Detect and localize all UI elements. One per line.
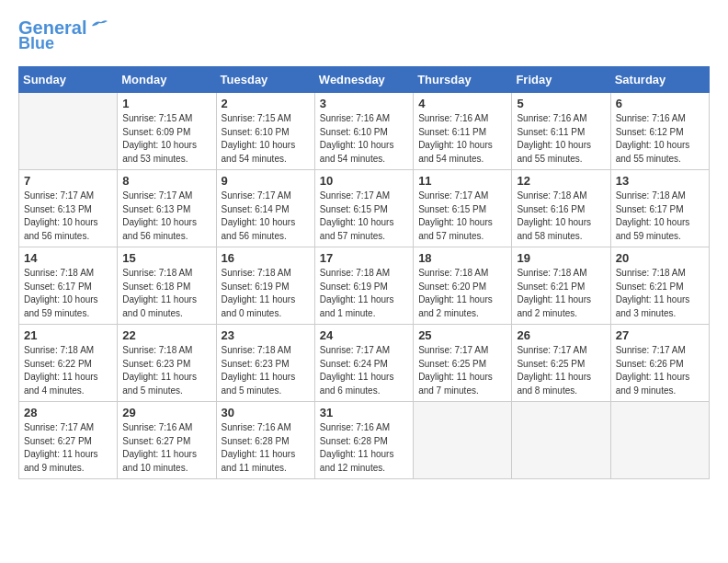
calendar-cell: 18Sunrise: 7:18 AMSunset: 6:20 PMDayligh…	[414, 247, 512, 325]
day-info: Sunrise: 7:18 AMSunset: 6:20 PMDaylight:…	[418, 267, 506, 320]
day-number: 1	[122, 97, 210, 110]
day-info: Sunrise: 7:17 AMSunset: 6:25 PMDaylight:…	[418, 344, 506, 397]
calendar-cell: 16Sunrise: 7:18 AMSunset: 6:19 PMDayligh…	[216, 247, 314, 325]
column-header-tuesday: Tuesday	[216, 67, 314, 93]
day-info: Sunrise: 7:17 AMSunset: 6:13 PMDaylight:…	[122, 190, 210, 243]
calendar-cell	[19, 93, 118, 170]
day-number: 11	[418, 174, 506, 188]
calendar-cell: 25Sunrise: 7:17 AMSunset: 6:25 PMDayligh…	[414, 325, 512, 402]
day-number: 12	[517, 174, 605, 188]
day-info: Sunrise: 7:18 AMSunset: 6:19 PMDaylight:…	[222, 267, 310, 320]
day-info: Sunrise: 7:18 AMSunset: 6:16 PMDaylight:…	[517, 190, 605, 243]
day-info: Sunrise: 7:17 AMSunset: 6:26 PMDaylight:…	[616, 344, 704, 397]
day-info: Sunrise: 7:16 AMSunset: 6:28 PMDaylight:…	[222, 421, 310, 475]
day-info: Sunrise: 7:18 AMSunset: 6:17 PMDaylight:…	[616, 190, 704, 243]
calendar-cell: 7Sunrise: 7:17 AMSunset: 6:13 PMDaylight…	[19, 170, 118, 247]
logo: General Blue	[18, 18, 108, 52]
column-header-monday: Monday	[118, 67, 216, 93]
calendar-cell: 13Sunrise: 7:18 AMSunset: 6:17 PMDayligh…	[610, 170, 709, 247]
column-header-thursday: Thursday	[414, 67, 512, 93]
day-info: Sunrise: 7:17 AMSunset: 6:15 PMDaylight:…	[320, 190, 408, 243]
day-number: 16	[222, 251, 310, 265]
day-number: 21	[24, 328, 112, 342]
calendar-cell: 12Sunrise: 7:18 AMSunset: 6:16 PMDayligh…	[512, 170, 610, 247]
calendar-cell: 30Sunrise: 7:16 AMSunset: 6:28 PMDayligh…	[216, 402, 314, 479]
calendar-cell: 14Sunrise: 7:18 AMSunset: 6:17 PMDayligh…	[19, 247, 118, 325]
day-info: Sunrise: 7:17 AMSunset: 6:25 PMDaylight:…	[517, 344, 605, 397]
day-number: 17	[320, 251, 408, 265]
day-number: 5	[517, 97, 605, 110]
day-number: 31	[320, 406, 408, 419]
calendar-cell: 1Sunrise: 7:15 AMSunset: 6:09 PMDaylight…	[118, 93, 216, 170]
day-info: Sunrise: 7:16 AMSunset: 6:10 PMDaylight:…	[320, 112, 408, 166]
day-number: 6	[616, 97, 704, 110]
day-number: 18	[418, 251, 506, 265]
day-number: 28	[24, 406, 112, 419]
calendar-cell	[512, 402, 610, 479]
calendar-cell: 15Sunrise: 7:18 AMSunset: 6:18 PMDayligh…	[118, 247, 216, 325]
calendar-cell: 3Sunrise: 7:16 AMSunset: 6:10 PMDaylight…	[314, 93, 413, 170]
day-number: 26	[517, 328, 605, 342]
calendar-cell	[414, 402, 512, 479]
calendar-cell: 6Sunrise: 7:16 AMSunset: 6:12 PMDaylight…	[610, 93, 709, 170]
day-number: 7	[24, 174, 112, 188]
day-info: Sunrise: 7:15 AMSunset: 6:10 PMDaylight:…	[222, 112, 310, 166]
page-header: General Blue	[18, 18, 710, 52]
day-info: Sunrise: 7:16 AMSunset: 6:11 PMDaylight:…	[418, 112, 506, 166]
day-info: Sunrise: 7:18 AMSunset: 6:21 PMDaylight:…	[616, 267, 704, 320]
calendar-week-4: 21Sunrise: 7:18 AMSunset: 6:22 PMDayligh…	[19, 325, 710, 402]
day-number: 3	[320, 97, 408, 110]
calendar-cell: 11Sunrise: 7:17 AMSunset: 6:15 PMDayligh…	[414, 170, 512, 247]
calendar-cell: 8Sunrise: 7:17 AMSunset: 6:13 PMDaylight…	[118, 170, 216, 247]
day-number: 22	[122, 328, 210, 342]
calendar-cell: 27Sunrise: 7:17 AMSunset: 6:26 PMDayligh…	[610, 325, 709, 402]
day-number: 15	[122, 251, 210, 265]
calendar-cell	[610, 402, 709, 479]
day-info: Sunrise: 7:18 AMSunset: 6:18 PMDaylight:…	[122, 267, 210, 320]
day-info: Sunrise: 7:17 AMSunset: 6:13 PMDaylight:…	[24, 190, 112, 243]
calendar-cell: 4Sunrise: 7:16 AMSunset: 6:11 PMDaylight…	[414, 93, 512, 170]
calendar-cell: 5Sunrise: 7:16 AMSunset: 6:11 PMDaylight…	[512, 93, 610, 170]
column-header-sunday: Sunday	[19, 67, 118, 93]
calendar-cell: 29Sunrise: 7:16 AMSunset: 6:27 PMDayligh…	[118, 402, 216, 479]
calendar-cell: 26Sunrise: 7:17 AMSunset: 6:25 PMDayligh…	[512, 325, 610, 402]
day-number: 8	[122, 174, 210, 188]
day-number: 24	[320, 328, 408, 342]
day-number: 29	[122, 406, 210, 419]
calendar-week-5: 28Sunrise: 7:17 AMSunset: 6:27 PMDayligh…	[19, 402, 710, 479]
calendar-cell: 9Sunrise: 7:17 AMSunset: 6:14 PMDaylight…	[216, 170, 314, 247]
day-number: 9	[222, 174, 310, 188]
day-info: Sunrise: 7:18 AMSunset: 6:17 PMDaylight:…	[24, 267, 112, 320]
day-info: Sunrise: 7:16 AMSunset: 6:12 PMDaylight:…	[616, 112, 704, 166]
day-number: 27	[616, 328, 704, 342]
calendar-cell: 23Sunrise: 7:18 AMSunset: 6:23 PMDayligh…	[216, 325, 314, 402]
day-info: Sunrise: 7:15 AMSunset: 6:09 PMDaylight:…	[122, 112, 210, 166]
day-info: Sunrise: 7:16 AMSunset: 6:11 PMDaylight:…	[517, 112, 605, 166]
calendar-table: SundayMondayTuesdayWednesdayThursdayFrid…	[18, 66, 710, 479]
day-info: Sunrise: 7:17 AMSunset: 6:15 PMDaylight:…	[418, 190, 506, 243]
calendar-cell: 31Sunrise: 7:16 AMSunset: 6:28 PMDayligh…	[314, 402, 413, 479]
calendar-header-row: SundayMondayTuesdayWednesdayThursdayFrid…	[19, 67, 710, 93]
column-header-saturday: Saturday	[610, 67, 709, 93]
day-number: 14	[24, 251, 112, 265]
calendar-cell: 21Sunrise: 7:18 AMSunset: 6:22 PMDayligh…	[19, 325, 118, 402]
logo-bird-icon	[88, 18, 108, 33]
calendar-cell: 24Sunrise: 7:17 AMSunset: 6:24 PMDayligh…	[314, 325, 413, 402]
day-number: 10	[320, 174, 408, 188]
day-number: 20	[616, 251, 704, 265]
calendar-cell: 19Sunrise: 7:18 AMSunset: 6:21 PMDayligh…	[512, 247, 610, 325]
logo-blue: Blue	[18, 35, 54, 52]
day-info: Sunrise: 7:16 AMSunset: 6:27 PMDaylight:…	[122, 421, 210, 475]
day-info: Sunrise: 7:17 AMSunset: 6:24 PMDaylight:…	[320, 344, 408, 397]
day-info: Sunrise: 7:16 AMSunset: 6:28 PMDaylight:…	[320, 421, 408, 475]
day-number: 19	[517, 251, 605, 265]
day-number: 30	[222, 406, 310, 419]
day-info: Sunrise: 7:18 AMSunset: 6:23 PMDaylight:…	[122, 344, 210, 397]
day-info: Sunrise: 7:17 AMSunset: 6:27 PMDaylight:…	[24, 421, 112, 475]
day-number: 25	[418, 328, 506, 342]
calendar-week-1: 1Sunrise: 7:15 AMSunset: 6:09 PMDaylight…	[19, 93, 710, 170]
calendar-week-2: 7Sunrise: 7:17 AMSunset: 6:13 PMDaylight…	[19, 170, 710, 247]
day-number: 2	[222, 97, 310, 110]
calendar-cell: 2Sunrise: 7:15 AMSunset: 6:10 PMDaylight…	[216, 93, 314, 170]
day-number: 13	[616, 174, 704, 188]
